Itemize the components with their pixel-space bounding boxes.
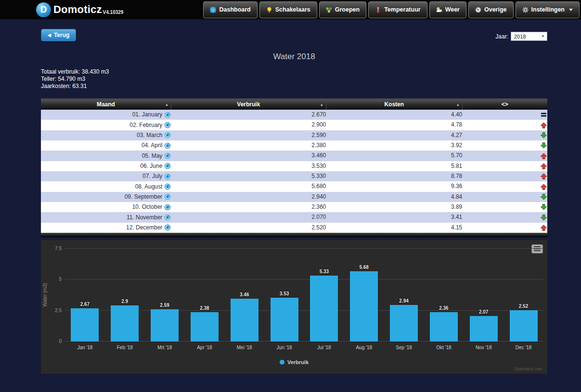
column-header-kosten[interactable]: Kosten▲ bbox=[326, 99, 462, 110]
bar-value-label: 2.59 bbox=[160, 303, 169, 308]
counter-icon[interactable] bbox=[164, 224, 171, 231]
usage-table: Maand▲ Verbruik▲ Kosten▲ <> 01. January2… bbox=[41, 99, 547, 233]
nav-label: Weer bbox=[445, 6, 460, 13]
app-version: V4.10329 bbox=[103, 10, 124, 15]
table-row[interactable]: 11. November2.0703.41 bbox=[41, 212, 547, 222]
dashboard-icon bbox=[210, 7, 216, 13]
bar[interactable] bbox=[310, 276, 338, 341]
sort-asc-icon: ▲ bbox=[320, 103, 323, 106]
chart-panel: Water (m3) 02.557.52.672.92.592.383.463.… bbox=[41, 240, 547, 374]
bar[interactable] bbox=[271, 298, 298, 341]
table-row[interactable]: 05. May3.4605.70 bbox=[41, 151, 547, 161]
table-row[interactable]: 10. October2.3603.89 bbox=[41, 202, 547, 212]
month-label: 01. January bbox=[132, 110, 163, 120]
y-tick-label: 5 bbox=[59, 277, 62, 282]
bar[interactable] bbox=[231, 299, 258, 341]
month-label: 03. March bbox=[137, 130, 162, 140]
bar[interactable] bbox=[470, 316, 498, 341]
bar-value-label: 2.94 bbox=[399, 298, 408, 303]
counter-icon[interactable] bbox=[164, 163, 171, 169]
month-label: 11. November bbox=[127, 213, 162, 223]
table-row[interactable]: 01. January2.6704.40 bbox=[41, 110, 547, 120]
table-row[interactable]: 04. April2.3803.92 bbox=[41, 140, 547, 151]
column-header-verbruik[interactable]: Verbruik▲ bbox=[171, 99, 326, 110]
hamburger-icon bbox=[534, 246, 541, 247]
thermometer-icon bbox=[375, 7, 381, 13]
column-header-maand[interactable]: Maand▲ bbox=[41, 99, 171, 110]
table-row[interactable]: 06. June3.5305.81 bbox=[41, 161, 547, 171]
month-label: 07. July bbox=[142, 171, 162, 181]
trend-up-icon bbox=[540, 184, 547, 190]
trend-equal-icon bbox=[540, 112, 547, 118]
bar[interactable] bbox=[191, 312, 219, 341]
counter-icon[interactable] bbox=[164, 122, 171, 128]
counter-icon[interactable] bbox=[164, 132, 171, 139]
bar[interactable] bbox=[111, 305, 139, 341]
counter-icon[interactable] bbox=[164, 112, 171, 118]
stat-total-verbruik: Totaal verbruik: 38.430 m3 bbox=[41, 68, 547, 76]
nav-instellingen[interactable]: Instellingen bbox=[516, 1, 580, 18]
nav-groepen[interactable]: Groepen bbox=[319, 1, 366, 18]
nav-weer[interactable]: Weer bbox=[429, 1, 466, 18]
year-label: Jaar: bbox=[495, 33, 508, 40]
chevron-down-icon bbox=[569, 9, 573, 11]
column-header-trend[interactable]: <> bbox=[462, 99, 547, 110]
kosten-value: 3.89 bbox=[326, 202, 462, 212]
x-tick-label: Apr '18 bbox=[184, 345, 224, 350]
bar-value-label: 5.33 bbox=[320, 269, 329, 274]
chevron-down-icon: ▼ bbox=[541, 34, 545, 38]
nav-label: Dashboard bbox=[219, 6, 250, 13]
bar-value-label: 2.67 bbox=[80, 302, 90, 307]
counter-icon[interactable] bbox=[164, 214, 171, 221]
nav-overige[interactable]: Overige bbox=[468, 1, 514, 18]
table-row[interactable]: 09. September2.9404.84 bbox=[41, 192, 547, 202]
brand[interactable]: D Domoticz V4.10329 bbox=[36, 2, 123, 17]
bar-column: 2.67 bbox=[65, 249, 105, 341]
nav-label: Groepen bbox=[335, 6, 360, 13]
logo-letter: D bbox=[40, 4, 47, 15]
x-tick-label: Nov '18 bbox=[464, 345, 504, 350]
bar-column: 2.94 bbox=[384, 249, 424, 341]
counter-icon[interactable] bbox=[164, 142, 171, 149]
bar-column: 2.52 bbox=[504, 249, 543, 341]
sort-asc-icon: ▲ bbox=[456, 103, 460, 106]
nav-label: Temperatuur bbox=[384, 6, 420, 13]
table-row[interactable]: 02. February2.9004.78 bbox=[41, 120, 547, 130]
nav-dashboard[interactable]: Dashboard bbox=[203, 1, 257, 18]
x-axis-labels: Jan '18Feb '18Mrt '18Apr '18Mei '18Jun '… bbox=[65, 345, 543, 350]
kosten-value: 3.41 bbox=[326, 212, 462, 222]
back-button[interactable]: ◀ Terug bbox=[41, 29, 76, 41]
counter-icon[interactable] bbox=[164, 193, 171, 200]
back-arrow-icon: ◀ bbox=[48, 33, 51, 38]
usage-table-body: 01. January2.6704.4002. February2.9004.7… bbox=[41, 110, 547, 233]
counter-icon[interactable] bbox=[164, 204, 171, 211]
bar[interactable] bbox=[430, 312, 458, 341]
table-row[interactable]: 12. December2.5204.15 bbox=[41, 223, 547, 233]
bar[interactable] bbox=[71, 308, 99, 341]
verbruik-value: 2.360 bbox=[171, 202, 326, 212]
y-tick-label: 2.5 bbox=[55, 308, 62, 313]
table-header-row: Maand▲ Verbruik▲ Kosten▲ <> bbox=[41, 99, 547, 110]
table-footer-bar bbox=[41, 233, 547, 237]
table-row[interactable]: 08. August5.6809.36 bbox=[41, 181, 547, 191]
verbruik-value: 3.460 bbox=[171, 151, 326, 161]
verbruik-value: 2.380 bbox=[171, 140, 326, 151]
bar[interactable] bbox=[390, 305, 418, 341]
counter-icon[interactable] bbox=[164, 183, 171, 190]
bar-value-label: 2.36 bbox=[439, 305, 448, 311]
table-row[interactable]: 03. March2.5904.27 bbox=[41, 130, 547, 140]
verbruik-value: 2.520 bbox=[171, 223, 326, 233]
nav-schakelaars[interactable]: Schakelaars bbox=[259, 1, 317, 18]
counter-icon[interactable] bbox=[164, 173, 171, 180]
bar[interactable] bbox=[350, 271, 378, 341]
nav-temperatuur[interactable]: Temperatuur bbox=[368, 1, 427, 18]
trend-down-icon bbox=[540, 215, 547, 221]
chart-legend[interactable]: Verbruik bbox=[41, 359, 547, 365]
counter-icon[interactable] bbox=[164, 152, 171, 159]
table-row[interactable]: 07. July5.3308.78 bbox=[41, 171, 547, 181]
domoticz-logo-icon: D bbox=[36, 2, 51, 17]
trend-down-icon bbox=[540, 132, 547, 139]
year-select[interactable]: 2018 ▼ bbox=[511, 32, 547, 41]
bar[interactable] bbox=[510, 310, 538, 341]
bar[interactable] bbox=[151, 309, 179, 341]
